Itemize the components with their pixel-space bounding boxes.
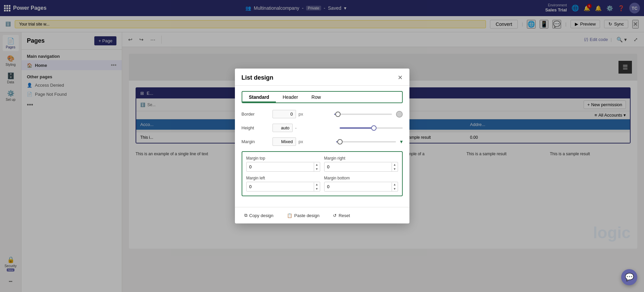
height-slider[interactable]: [340, 125, 403, 131]
height-label: Height: [242, 125, 268, 130]
margin-left-up[interactable]: ▲: [314, 182, 320, 187]
margin-right-label: Margin right: [324, 156, 398, 161]
height-input-group: -: [273, 124, 336, 132]
margin-bottom-input[interactable]: [325, 182, 392, 191]
margin-left-input-wrap: ▲ ▼: [246, 182, 320, 192]
margin-bottom-spinners: ▲ ▼: [392, 182, 398, 191]
margin-top-up[interactable]: ▲: [314, 163, 320, 167]
margin-unit: px: [299, 139, 303, 144]
copy-icon: ⧉: [244, 213, 247, 218]
margin-bottom-label: Margin bottom: [324, 176, 398, 180]
reset-label: Reset: [339, 213, 350, 218]
paste-design-label: Paste design: [294, 213, 319, 218]
tab-header[interactable]: Header: [276, 92, 305, 102]
margin-left-down[interactable]: ▼: [314, 187, 320, 191]
margin-expanded-section: Margin top ▲ ▼ Margin right: [242, 151, 403, 196]
margin-left-spinners: ▲ ▼: [314, 182, 320, 191]
list-design-modal: List design ✕ Standard Header Row Border…: [235, 69, 409, 223]
chat-icon: 💬: [625, 273, 634, 282]
border-input-group: px: [273, 110, 330, 118]
margin-top-label: Margin top: [246, 156, 320, 161]
margin-right-input-wrap: ▲ ▼: [324, 162, 398, 172]
border-row: Border px: [242, 110, 403, 118]
tab-standard[interactable]: Standard: [242, 92, 276, 102]
height-value-input[interactable]: [273, 124, 293, 132]
margin-expand-icon[interactable]: ▾: [400, 138, 403, 145]
margin-bottom-field: Margin bottom ▲ ▼: [324, 176, 398, 192]
border-color-picker[interactable]: [396, 111, 403, 118]
border-label: Border: [242, 112, 268, 117]
margin-input-group: px: [273, 137, 332, 146]
margin-top-down[interactable]: ▼: [314, 167, 320, 171]
margin-left-field: Margin left ▲ ▼: [246, 176, 320, 192]
margin-right-down[interactable]: ▼: [392, 167, 398, 171]
margin-grid: Margin top ▲ ▼ Margin right: [246, 156, 398, 192]
height-unit: -: [295, 125, 297, 130]
reset-icon: ↺: [333, 213, 337, 218]
margin-slider[interactable]: [336, 138, 396, 145]
margin-top-field: Margin top ▲ ▼: [246, 156, 320, 172]
margin-top-input[interactable]: [247, 162, 314, 171]
border-unit: px: [299, 112, 303, 117]
margin-right-spinners: ▲ ▼: [392, 163, 398, 171]
margin-right-input[interactable]: [325, 162, 392, 171]
margin-value-input[interactable]: [273, 137, 296, 146]
modal-close-button[interactable]: ✕: [398, 74, 403, 81]
border-slider[interactable]: [334, 111, 392, 118]
tab-row[interactable]: Row: [305, 92, 328, 102]
border-value-input[interactable]: [273, 110, 296, 118]
margin-bottom-input-wrap: ▲ ▼: [324, 182, 398, 192]
margin-label: Margin: [242, 139, 268, 144]
margin-top-spinners: ▲ ▼: [314, 163, 320, 171]
margin-bottom-down[interactable]: ▼: [392, 187, 398, 191]
margin-left-label: Margin left: [246, 176, 320, 180]
margin-right-field: Margin right ▲ ▼: [324, 156, 398, 172]
height-row: Height -: [242, 124, 403, 132]
modal-header: List design ✕: [235, 69, 409, 86]
copy-design-button[interactable]: ⧉ Copy design: [242, 211, 276, 219]
modal-footer: ⧉ Copy design 📋 Paste design ↺ Reset: [235, 207, 409, 223]
paste-design-button[interactable]: 📋 Paste design: [284, 212, 322, 219]
chat-bubble[interactable]: 💬: [621, 269, 637, 285]
paste-icon: 📋: [287, 213, 292, 218]
reset-button[interactable]: ↺ Reset: [330, 212, 353, 219]
modal-body: Standard Header Row Border px: [235, 86, 409, 207]
modal-overlay[interactable]: List design ✕ Standard Header Row Border…: [0, 0, 644, 292]
modal-title: List design: [242, 74, 274, 81]
margin-bottom-up[interactable]: ▲: [392, 182, 398, 187]
margin-top-input-wrap: ▲ ▼: [246, 162, 320, 172]
margin-left-input[interactable]: [247, 182, 314, 191]
modal-tabs: Standard Header Row: [242, 91, 403, 103]
margin-row: Margin px ▾: [242, 137, 403, 146]
margin-right-up[interactable]: ▲: [392, 163, 398, 167]
copy-design-label: Copy design: [249, 213, 274, 218]
